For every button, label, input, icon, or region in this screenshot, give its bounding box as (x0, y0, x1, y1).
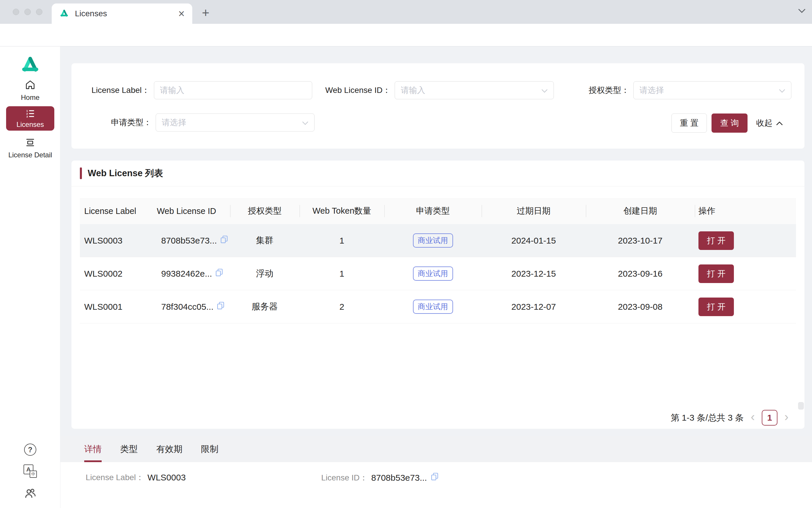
tab-overflow-chevron-icon[interactable] (798, 8, 806, 14)
next-page-icon[interactable]: › (784, 411, 788, 425)
col-auth-type: 授权类型 (230, 198, 299, 224)
reset-button[interactable]: 重 置 (672, 114, 707, 133)
sidebar-item-licenses-label: Licenses (16, 121, 44, 129)
license-list-card: Web License 列表 License Label Web License… (72, 161, 805, 429)
tab-detail[interactable]: 详情.d-tab.active::after{background:#952F4… (84, 436, 102, 462)
col-create-date: 创建日期 (586, 198, 695, 224)
web-license-id-field-label: Web License ID： (325, 85, 391, 96)
cell-auth-type: 集群 (230, 235, 299, 247)
detail-panel-icon (25, 137, 36, 149)
tab-title: Licenses (75, 9, 178, 18)
apply-type-select[interactable]: 请选择 (156, 114, 315, 131)
license-label-field-label: License Label： (91, 85, 150, 96)
card-title-row: Web License 列表 (72, 161, 805, 186)
cell-auth-type: 服务器 (230, 301, 299, 313)
tab-validity[interactable]: 有效期 (156, 436, 182, 462)
favicon-logo-icon (59, 9, 69, 18)
new-tab-button[interactable]: + (199, 6, 212, 19)
page-number-1[interactable]: 1 (762, 410, 777, 426)
col-apply-type: 申请类型 (384, 198, 482, 224)
cell-token-count: 2 (299, 302, 384, 312)
window-close-button[interactable] (13, 9, 19, 15)
help-button[interactable]: ? (0, 443, 60, 456)
cell-license-label: WLS0003 (80, 236, 157, 246)
window-minimize-button[interactable] (25, 9, 31, 15)
license-label-input[interactable] (154, 81, 312, 99)
cell-web-license-id: 99382462e... (157, 268, 230, 279)
prev-page-icon[interactable]: ‹ (751, 411, 755, 425)
question-mark-icon: ? (28, 446, 32, 454)
collapse-label: 收起 (756, 118, 772, 129)
cell-create-date: 2023-09-16 (586, 269, 695, 279)
sidebar-item-home[interactable]: Home (0, 79, 60, 101)
svg-text:3: 3 (27, 115, 28, 118)
cell-auth-type: 浮动 (230, 268, 299, 280)
svg-text:1: 1 (27, 109, 28, 112)
cell-apply-type: 商业试用 (384, 266, 482, 281)
cell-apply-type: 商业试用 (384, 300, 482, 314)
window-zoom-button[interactable] (36, 9, 42, 15)
browser-tab-licenses[interactable]: Licenses × (52, 3, 192, 24)
cell-create-date: 2023-09-08 (586, 302, 695, 312)
cell-apply-type: 商业试用 (384, 234, 482, 248)
filter-card: License Label： Web License ID： 请输入 授权类型：… (72, 63, 805, 149)
svg-text:2: 2 (27, 112, 28, 115)
browser-toolbar: https://copt.shanshu.ai/license/licenseL… (0, 24, 812, 46)
main-content: License Label： Web License ID： 请输入 授权类型：… (60, 46, 812, 508)
chevron-up-icon (776, 119, 783, 128)
filter-license-label: License Label： (91, 81, 312, 99)
sidebar-item-home-label: Home (21, 93, 40, 101)
sidebar-item-license-detail[interactable]: License Detail (0, 137, 60, 159)
copy-icon[interactable] (216, 301, 225, 312)
cell-action: 打 开 (695, 264, 796, 283)
apply-type-badge: 商业试用 (413, 300, 453, 314)
col-action: 操作 (695, 198, 796, 224)
tab-type[interactable]: 类型 (120, 436, 138, 462)
pagination: 第 1-3 条/总共 3 条 ‹ 1 › (671, 410, 788, 426)
tab-limit[interactable]: 限制 (201, 436, 218, 462)
collapse-toggle[interactable]: 收起 (756, 114, 783, 133)
cell-web-license-id: 8708b53e73... (157, 235, 230, 246)
app-area: Home 123 Licenses License Detail ? (0, 46, 812, 508)
auth-type-select[interactable]: 请选择 (634, 81, 791, 99)
tab-close-icon[interactable]: × (178, 8, 185, 19)
filter-web-license-id: Web License ID： 请输入 (325, 81, 554, 99)
open-button[interactable]: 打 开 (698, 298, 734, 316)
language-switch-button[interactable]: A 中 (0, 464, 60, 478)
table-header-row: License Label Web License ID 授权类型 Web To… (80, 198, 796, 224)
table-row[interactable]: WLS0002 99382462e... 浮动 1 商业试用 2023-12-1… (80, 257, 796, 290)
cell-license-label: WLS0002 (80, 269, 157, 279)
copy-icon[interactable] (220, 235, 229, 246)
list-title: Web License 列表 (88, 167, 163, 179)
query-button[interactable]: 查 询 (712, 114, 747, 133)
open-button[interactable]: 打 开 (698, 264, 734, 283)
detail-license-id: License ID： 8708b53e73... (321, 472, 439, 483)
open-button[interactable]: 打 开 (698, 231, 734, 250)
cell-token-count: 1 (299, 236, 384, 246)
col-web-license-id: Web License ID (157, 198, 230, 224)
pagination-summary: 第 1-3 条/总共 3 条 (671, 412, 744, 424)
cell-expire-date: 2023-12-07 (482, 302, 586, 312)
copy-icon[interactable] (431, 472, 439, 483)
cell-license-label: WLS0001 (80, 302, 157, 312)
home-icon (25, 79, 36, 92)
license-table: License Label Web License ID 授权类型 Web To… (80, 198, 796, 323)
sidebar-item-license-detail-label: License Detail (8, 151, 52, 159)
table-row[interactable]: WLS0001 78f304cc05... 服务器 2 商业试用 2023-12… (80, 290, 796, 323)
web-license-id-select[interactable]: 请输入 (395, 81, 554, 99)
sidebar-item-licenses[interactable]: 123 Licenses (6, 106, 54, 131)
table-row[interactable]: WLS0003 8708b53e73... 集群 1 商业试用 2024-01-… (80, 224, 796, 257)
copy-icon[interactable] (215, 268, 224, 279)
table-scrollbar-thumb[interactable] (798, 402, 804, 410)
accounts-button[interactable] (0, 486, 60, 501)
cell-action: 打 开 (695, 298, 796, 316)
cell-create-date: 2023-10-17 (586, 236, 695, 246)
app-logo (0, 54, 60, 76)
detail-panel: License Label： WLS0003 License ID： 8708b… (60, 462, 812, 508)
cell-web-license-id: 78f304cc05... (157, 301, 230, 312)
sidebar: Home 123 Licenses License Detail ? (0, 46, 60, 508)
cell-token-count: 1 (299, 269, 384, 279)
cell-expire-date: 2023-12-15 (482, 269, 586, 279)
translate-icon: A 中 (24, 464, 37, 478)
detail-license-label: License Label： WLS0003 (86, 472, 186, 483)
